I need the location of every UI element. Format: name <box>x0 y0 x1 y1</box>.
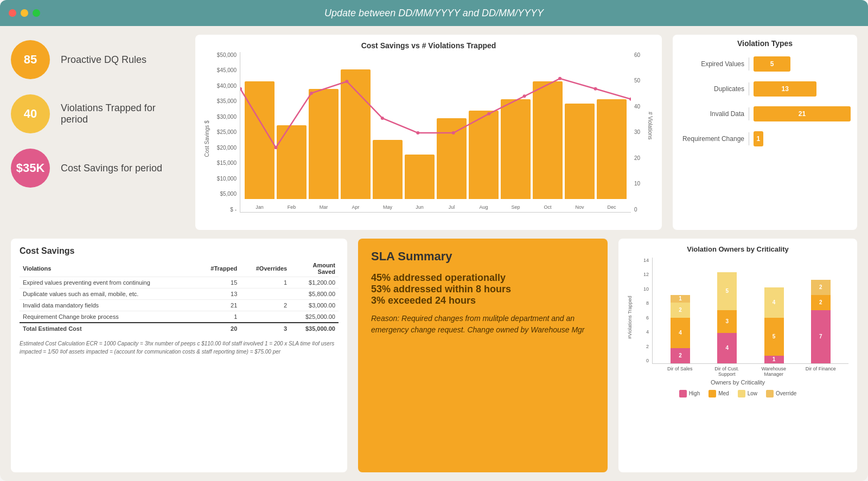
vo-y-tick: 2 <box>646 344 649 349</box>
cell-amount: $3,000.00 <box>290 299 339 311</box>
vo-bar-group: 722 <box>802 258 840 363</box>
y-right-tick: 20 <box>634 155 640 161</box>
kpi-label-cost-savings: Cost Savings for period <box>61 163 162 174</box>
cell-violation: Requirement Change broke process <box>20 311 197 323</box>
y-left-tick: $ - <box>230 207 237 213</box>
y-right-tick: 50 <box>634 78 640 84</box>
x-label: Aug <box>469 204 499 210</box>
vo-bar-group: 435 <box>708 258 746 363</box>
cell-violation: Invalid data mandatory fields <box>20 299 197 311</box>
kpi-label-violations-trapped: Violations Trapped for period <box>61 102 184 125</box>
x-label: Mar <box>309 204 339 210</box>
kpi-circle-proactive-dq-rules: 85 <box>11 40 50 79</box>
x-label: Feb <box>277 204 307 210</box>
cell-overrides <box>240 311 290 323</box>
cell-overrides: 1 <box>240 277 290 288</box>
kpi-label-proactive-dq-rules: Proactive DQ Rules <box>61 54 146 66</box>
bar-wrapper <box>405 52 435 199</box>
vt-row: Requirement Change 1 <box>679 131 851 146</box>
chart-bar <box>469 111 499 198</box>
col-overrides: #Overrides <box>240 260 290 277</box>
vt-row: Expired Values 5 <box>679 56 851 72</box>
vo-y-axis: 14121086420 <box>637 258 652 377</box>
y-left-tick: $40,000 <box>217 83 237 89</box>
cost-savings-title: Cost Savings <box>20 246 339 256</box>
kpi-circle-violations-trapped: 40 <box>11 94 50 133</box>
cell-violation: Expired values preventing event from con… <box>20 277 197 288</box>
vo-bar-group: 2421 <box>661 258 699 363</box>
vo-stacked-bar: 435 <box>717 272 737 363</box>
cell-total-trapped: 20 <box>197 323 241 334</box>
vo-legend-low: Low <box>738 390 757 397</box>
vo-y-tick: 0 <box>646 358 649 363</box>
vo-stacked-bar: 154 <box>764 287 784 363</box>
vo-seg-low: 5 <box>717 272 737 310</box>
y-left-label: Cost Savings $ <box>204 52 210 213</box>
vo-legend-color-med <box>709 390 716 397</box>
vt-label: Invalid Data <box>679 110 744 118</box>
vo-stacked-bar: 722 <box>811 280 831 363</box>
vo-seg-high: 1 <box>764 356 784 363</box>
vo-x-label: WarehouseManager <box>755 366 793 377</box>
cell-trapped: 21 <box>197 299 241 311</box>
minimize-button[interactable] <box>21 9 28 17</box>
vt-label: Duplicates <box>679 85 744 93</box>
vo-seg-high: 4 <box>717 333 737 363</box>
vo-y-tick: 10 <box>643 286 649 292</box>
vt-bar-wrap: 13 <box>754 81 851 97</box>
chart-bar <box>597 99 627 199</box>
chart-bar <box>565 104 595 199</box>
cell-overrides <box>240 288 290 299</box>
x-label: Nov <box>565 204 595 210</box>
x-label: Jun <box>405 204 435 210</box>
vo-seg-override: 1 <box>671 295 690 303</box>
y-left-tick: $10,000 <box>217 176 237 182</box>
sla-stat: 45% addressed operationally <box>371 272 595 284</box>
vo-legend-label-override: Override <box>776 390 796 396</box>
vo-y-tick: 14 <box>643 258 649 263</box>
vo-stacked-bar: 2421 <box>671 295 690 363</box>
vt-bar: 21 <box>754 106 851 121</box>
vo-legend-label-high: High <box>689 390 700 396</box>
vo-y-label: #Violations Trapped <box>627 258 636 377</box>
vt-bar-wrap: 1 <box>754 131 851 146</box>
cell-amount: $25,000.00 <box>290 311 339 323</box>
vo-seg-med: 2 <box>811 295 831 310</box>
y-right-label: # Violations <box>647 52 653 213</box>
chart-bar <box>373 140 403 198</box>
kpi-item-cost-savings: $35K Cost Savings for period <box>11 149 184 188</box>
chart-bar <box>277 125 307 198</box>
cell-amount: $1,200.00 <box>290 277 339 288</box>
chart-bar <box>533 81 563 198</box>
y-axis-left: $50,000$45,000$40,000$35,000$30,000$25,0… <box>210 52 240 213</box>
y-left-tick: $50,000 <box>217 52 237 58</box>
sla-title: SLA Summary <box>371 249 595 264</box>
chart-bar <box>245 81 275 198</box>
combo-chart: Cost Savings $ $50,000$45,000$40,000$35,… <box>204 52 653 213</box>
table-row: Requirement Change broke process 1 $25,0… <box>20 311 339 323</box>
vt-divider <box>749 132 749 145</box>
bar-wrapper <box>245 52 275 199</box>
vo-legend: High Med Low Override <box>627 390 848 397</box>
y-axis-right: 6050403020100 <box>631 52 647 213</box>
vo-legend-color-override <box>766 390 774 397</box>
bar-wrapper <box>373 52 403 199</box>
vo-seg-med: 4 <box>671 318 690 348</box>
x-label: Oct <box>533 204 563 210</box>
y-right-tick: 60 <box>634 52 640 58</box>
bar-wrapper <box>597 52 627 199</box>
bar-wrapper <box>437 52 467 199</box>
bar-wrapper <box>501 52 531 199</box>
bar-wrapper <box>277 52 307 199</box>
col-trapped: #Trapped <box>197 260 241 277</box>
vo-seg-high: 7 <box>811 310 831 363</box>
cell-trapped: 1 <box>197 311 241 323</box>
maximize-button[interactable] <box>33 9 40 17</box>
y-left-tick: $35,000 <box>217 98 237 104</box>
cell-trapped: 13 <box>197 288 241 299</box>
y-right-tick: 10 <box>634 181 640 187</box>
violation-types-panel: Violation Types Expired Values 5 Duplica… <box>673 35 857 230</box>
vo-legend-high: High <box>679 390 700 397</box>
cost-savings-table: Violations #Trapped #Overrides AmountSav… <box>20 260 339 334</box>
close-button[interactable] <box>9 9 16 17</box>
